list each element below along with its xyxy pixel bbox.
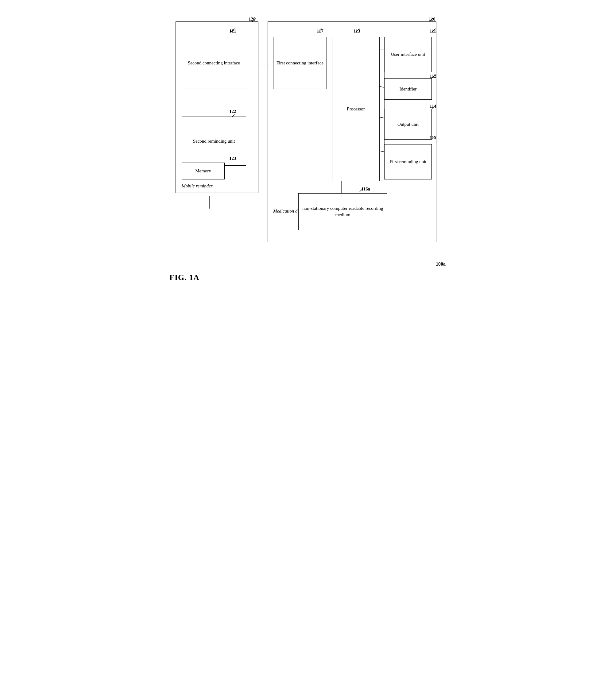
ref-111: 111	[430, 28, 436, 34]
box-processor: Processor	[332, 37, 380, 181]
box-memory: Memory	[182, 163, 225, 179]
diagram-ref: 100a	[436, 261, 446, 267]
mobile-reminder-label: Mobile reminder	[182, 184, 213, 189]
figure-title: FIG. 1A	[169, 273, 446, 282]
ref-116a: 116a	[361, 187, 370, 192]
ref-110: 110	[429, 16, 435, 22]
ref-114: 114	[430, 104, 436, 109]
box-first-reminding-unit: First reminding unit	[384, 144, 432, 179]
box-second-reminding-unit: Second reminding unit	[182, 116, 246, 166]
box-second-connecting-interface: Second connecting interface	[182, 37, 246, 89]
ref-113: 113	[354, 28, 360, 34]
box-user-interface-unit: User interface unit	[384, 37, 432, 72]
box-nonstationary-medium: non-stationary computer readable recordi…	[298, 193, 387, 230]
ref-123: 123	[229, 156, 236, 161]
ref-120: 120	[249, 16, 256, 22]
box-identifier: Identifier	[384, 78, 432, 100]
ref-117: 117	[317, 28, 323, 34]
box-first-connecting-interface: First connecting interface	[273, 37, 327, 89]
ref-121: 121	[229, 28, 236, 34]
box-output-unit: Output unit	[384, 109, 432, 140]
ref-115: 115	[430, 135, 436, 140]
ref-112: 112	[430, 74, 436, 79]
ref-122: 122	[229, 109, 236, 114]
